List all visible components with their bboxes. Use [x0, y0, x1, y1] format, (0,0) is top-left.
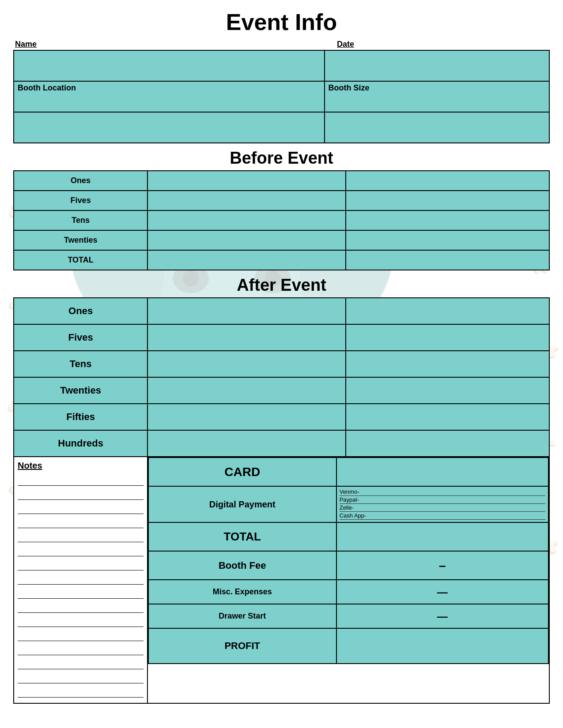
- card-label: CARD: [148, 458, 336, 486]
- total-value-cell[interactable]: [336, 522, 548, 551]
- event-info-section: Name Date Booth Location Booth Size: [13, 39, 550, 143]
- before-fives-row: Fives: [14, 191, 549, 210]
- note-line-7[interactable]: [18, 558, 144, 570]
- name-date-row: [14, 50, 549, 81]
- note-line-4[interactable]: [18, 516, 144, 528]
- booth-fee-value-cell[interactable]: –: [336, 551, 548, 580]
- name-label: Name: [15, 40, 37, 49]
- before-twenties-value1[interactable]: [147, 230, 346, 250]
- before-tens-value2[interactable]: [346, 210, 549, 230]
- after-hundreds-row: Hundreds: [14, 430, 549, 457]
- before-twenties-label: Twenties: [14, 230, 147, 250]
- after-tens-value2[interactable]: [346, 351, 549, 377]
- payment-table: CARD Digital Payment Venmo- Paypal- Ze: [148, 457, 549, 664]
- misc-expenses-value-cell[interactable]: —: [336, 580, 548, 604]
- note-line-11[interactable]: [18, 615, 144, 627]
- note-line-3[interactable]: [18, 502, 144, 514]
- note-line-10[interactable]: [18, 600, 144, 613]
- paypal-line: Paypal-: [340, 496, 545, 504]
- booth-location-label: Booth Location: [18, 83, 76, 92]
- after-hundreds-value1[interactable]: [147, 430, 346, 457]
- after-fifties-value1[interactable]: [147, 404, 346, 430]
- after-ones-label: Ones: [14, 298, 147, 324]
- after-event-title: After Event: [13, 276, 550, 295]
- before-total-value2[interactable]: [346, 250, 549, 270]
- before-fives-value2[interactable]: [346, 191, 549, 210]
- after-twenties-value2[interactable]: [346, 377, 549, 404]
- drawer-start-row: Drawer Start —: [148, 604, 548, 628]
- note-line-15[interactable]: [18, 671, 144, 683]
- digital-payment-row: Digital Payment Venmo- Paypal- Zelle- Ca…: [148, 486, 548, 522]
- booth-location-input-cell[interactable]: [14, 112, 325, 143]
- after-hundreds-label: Hundreds: [14, 430, 147, 457]
- total-row: TOTAL: [148, 522, 548, 551]
- booth-values-row: [14, 112, 549, 143]
- after-ones-value2[interactable]: [346, 298, 549, 324]
- before-ones-row: Ones: [14, 171, 549, 191]
- after-fives-label: Fives: [14, 324, 147, 351]
- zelle-line: Zelle-: [340, 504, 545, 512]
- booth-size-cell: Booth Size: [325, 81, 549, 112]
- venmo-line: Venmo-: [340, 488, 545, 496]
- before-total-label: TOTAL: [14, 250, 147, 270]
- after-fives-row: Fives: [14, 324, 549, 351]
- bottom-section: Notes: [13, 457, 550, 704]
- name-input-cell[interactable]: [14, 50, 325, 81]
- date-label: Date: [337, 40, 354, 49]
- digital-payment-value-cell[interactable]: Venmo- Paypal- Zelle- Cash App-: [336, 486, 548, 522]
- after-tens-value1[interactable]: [147, 351, 346, 377]
- event-info-table: Booth Location Booth Size: [13, 50, 550, 143]
- notes-label: Notes: [18, 461, 144, 471]
- after-event-table: Ones Fives Tens Twenties Fifties: [13, 297, 550, 457]
- after-tens-row: Tens: [14, 351, 549, 377]
- note-line-12[interactable]: [18, 629, 144, 641]
- after-twenties-row: Twenties: [14, 377, 549, 404]
- profit-label: PROFIT: [148, 628, 336, 664]
- note-line-6[interactable]: [18, 544, 144, 556]
- cashapp-line: Cash App-: [340, 512, 545, 520]
- card-value-cell[interactable]: [336, 458, 548, 486]
- before-tens-row: Tens: [14, 210, 549, 230]
- after-twenties-value1[interactable]: [147, 377, 346, 404]
- before-twenties-row: Twenties: [14, 230, 549, 250]
- booth-fee-label: Booth Fee: [148, 551, 336, 580]
- after-fifties-value2[interactable]: [346, 404, 549, 430]
- profit-value-cell[interactable]: [336, 628, 548, 664]
- booth-size-input-cell[interactable]: [325, 112, 549, 143]
- after-fives-value1[interactable]: [147, 324, 346, 351]
- before-ones-value1[interactable]: [147, 171, 346, 191]
- card-row: CARD: [148, 458, 548, 486]
- before-ones-value2[interactable]: [346, 171, 549, 191]
- before-event-table: Ones Fives Tens Twenties TOTAL: [13, 170, 550, 270]
- drawer-start-value-cell[interactable]: —: [336, 604, 548, 628]
- booth-row: Booth Location Booth Size: [14, 81, 549, 112]
- after-fives-value2[interactable]: [346, 324, 549, 351]
- name-header: Name: [13, 39, 333, 50]
- after-fifties-label: Fifties: [14, 404, 147, 430]
- after-ones-row: Ones: [14, 298, 549, 324]
- payment-section: CARD Digital Payment Venmo- Paypal- Ze: [148, 457, 549, 703]
- notes-column: Notes: [14, 457, 148, 703]
- before-ones-label: Ones: [14, 171, 147, 191]
- note-line-8[interactable]: [18, 572, 144, 585]
- note-line-1[interactable]: [18, 473, 144, 486]
- note-line-9[interactable]: [18, 586, 144, 599]
- note-line-16[interactable]: [18, 685, 144, 698]
- after-ones-value1[interactable]: [147, 298, 346, 324]
- note-line-5[interactable]: [18, 530, 144, 542]
- misc-expenses-label: Misc. Expenses: [148, 580, 336, 604]
- date-input-cell[interactable]: [325, 50, 549, 81]
- before-twenties-value2[interactable]: [346, 230, 549, 250]
- before-tens-value1[interactable]: [147, 210, 346, 230]
- before-total-row: TOTAL: [14, 250, 549, 270]
- booth-location-cell: Booth Location: [14, 81, 325, 112]
- before-total-value1[interactable]: [147, 250, 346, 270]
- name-date-headers: Name Date: [13, 39, 550, 50]
- note-line-2[interactable]: [18, 488, 144, 500]
- after-fifties-row: Fifties: [14, 404, 549, 430]
- note-line-14[interactable]: [18, 657, 144, 669]
- after-tens-label: Tens: [14, 351, 147, 377]
- before-fives-value1[interactable]: [147, 191, 346, 210]
- note-line-13[interactable]: [18, 643, 144, 655]
- after-hundreds-value2[interactable]: [346, 430, 549, 457]
